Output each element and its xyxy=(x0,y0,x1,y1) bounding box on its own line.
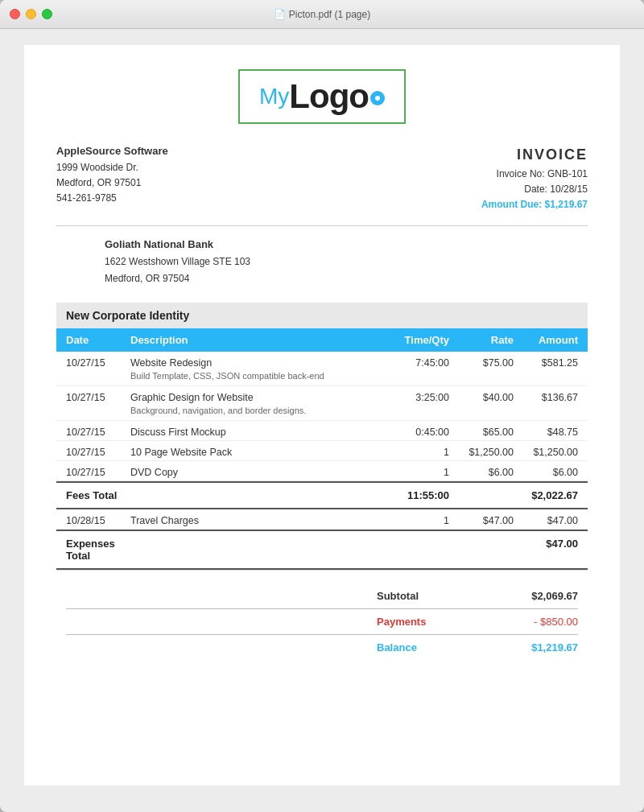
item2-desc: Graphic Design for Website xyxy=(130,392,385,403)
col-date: Date xyxy=(66,334,130,346)
fees-total-rate-empty xyxy=(449,489,514,501)
close-button[interactable] xyxy=(10,9,20,19)
item1-amount: $581.25 xyxy=(514,357,578,369)
fees-total-row: Fees Total 11:55:00 $2,022.67 xyxy=(56,481,588,509)
from-phone: 541-261-9785 xyxy=(56,191,168,206)
exp1-qty: 1 xyxy=(385,515,449,526)
expenses-total-empty xyxy=(130,538,385,562)
table-header: Date Description Time/Qty Rate Amount xyxy=(56,328,588,352)
subtotal-label: Subtotal xyxy=(377,590,457,602)
from-address1: 1999 Woodside Dr. xyxy=(56,160,168,175)
invoice-amount-due-line: Amount Due: $1,219.67 xyxy=(481,197,588,212)
line-item-main: 10/27/15 Graphic Design for Website 3:25… xyxy=(56,386,588,406)
invoice-info: INVOICE Invoice No: GNB-101 Date: 10/28/… xyxy=(481,143,588,212)
item1-rate: $75.00 xyxy=(449,357,514,369)
invoice-amount-due-label: Amount Due: xyxy=(481,199,542,210)
item1-date: 10/27/15 xyxy=(66,357,130,369)
invoice-date-label: Date: xyxy=(524,183,547,195)
item3-amount: $48.75 xyxy=(514,427,578,438)
balance-row: Balance $1,219.67 xyxy=(66,638,578,657)
exp1-desc: Travel Charges xyxy=(130,515,385,526)
item1-qty: 7:45:00 xyxy=(385,357,449,369)
logo-box: My Logo xyxy=(238,69,406,124)
window: 📄 Picton.pdf (1 page) My Logo AppleSourc… xyxy=(0,0,644,812)
item5-qty: 1 xyxy=(385,467,449,478)
item2-rate: $40.00 xyxy=(449,392,514,403)
invoice-number-label: Invoice No: xyxy=(497,168,545,179)
minimize-button[interactable] xyxy=(26,9,36,19)
fees-total-qty: 11:55:00 xyxy=(385,489,449,501)
line-item-main: 10/28/15 Travel Charges 1 $47.00 $47.00 xyxy=(56,509,588,529)
line-item: 10/27/15 DVD Copy 1 $6.00 $6.00 xyxy=(56,461,588,481)
from-address: AppleSource Software 1999 Woodside Dr. M… xyxy=(56,143,168,212)
balance-value: $1,219.67 xyxy=(506,641,578,653)
expenses-total-qty-empty xyxy=(385,538,449,562)
item3-rate: $65.00 xyxy=(449,427,514,438)
item3-date: 10/27/15 xyxy=(66,427,130,438)
item5-desc: DVD Copy xyxy=(130,467,385,478)
logo-my-text: My xyxy=(259,84,289,109)
expenses-total-rate-empty xyxy=(449,538,514,562)
col-time-qty: Time/Qty xyxy=(385,334,449,346)
summary-divider-1 xyxy=(66,608,578,609)
bill-to-company: Goliath National Bank xyxy=(105,236,588,253)
payments-value: - $850.00 xyxy=(506,616,578,628)
balance-label: Balance xyxy=(377,641,457,653)
payments-row: Payments - $850.00 xyxy=(66,612,578,631)
traffic-lights xyxy=(10,9,52,19)
subtotal-value: $2,069.67 xyxy=(506,590,578,602)
expenses-total-label: Expenses Total xyxy=(66,538,130,562)
line-item: 10/27/15 Discuss First Mockup 0:45:00 $6… xyxy=(56,421,588,441)
fees-total-amount: $2,022.67 xyxy=(514,489,578,501)
section-header: New Corporate Identity xyxy=(56,303,588,328)
col-description: Description xyxy=(130,334,385,346)
line-item-main: 10/27/15 10 Page Website Pack 1 $1,250.0… xyxy=(56,441,588,460)
maximize-button[interactable] xyxy=(42,9,52,19)
window-title: 📄 Picton.pdf (1 page) xyxy=(274,9,370,20)
item5-amount: $6.00 xyxy=(514,467,578,478)
summary-section: Subtotal $2,069.67 Payments - $850.00 Ba… xyxy=(56,587,588,657)
header-section: AppleSource Software 1999 Woodside Dr. M… xyxy=(56,143,588,212)
summary-divider-2 xyxy=(66,634,578,635)
invoice-number-line: Invoice No: GNB-101 xyxy=(481,167,588,182)
invoice-date-line: Date: 10/28/15 xyxy=(481,182,588,197)
page-content: My Logo AppleSource Software 1999 Woodsi… xyxy=(24,45,620,785)
from-address2: Medford, OR 97501 xyxy=(56,175,168,191)
col-amount: Amount xyxy=(514,334,578,346)
document-icon: 📄 xyxy=(274,9,286,20)
expenses-total-row: Expenses Total $47.00 xyxy=(56,530,588,570)
line-item-main: 10/27/15 DVD Copy 1 $6.00 $6.00 xyxy=(56,461,588,480)
exp1-rate: $47.00 xyxy=(449,515,514,526)
item3-desc: Discuss First Mockup xyxy=(130,427,385,438)
payments-label: Payments xyxy=(377,616,457,628)
item4-desc: 10 Page Website Pack xyxy=(130,447,385,458)
line-item-main: 10/27/15 Discuss First Mockup 0:45:00 $6… xyxy=(56,421,588,440)
logo-area: My Logo xyxy=(56,69,588,124)
invoice-date: 10/28/15 xyxy=(550,183,588,195)
bill-to-address1: 1622 Westshown Village STE 103 xyxy=(105,253,588,270)
item1-sub: Build Template, CSS, JSON compatible bac… xyxy=(56,371,588,385)
invoice-number: GNB-101 xyxy=(547,168,588,179)
exp1-amount: $47.00 xyxy=(514,515,578,526)
invoice-amount-due-value: $1,219.67 xyxy=(545,199,588,210)
item5-date: 10/27/15 xyxy=(66,467,130,478)
table-body: 10/27/15 Website Redesign 7:45:00 $75.00… xyxy=(56,352,588,571)
titlebar: 📄 Picton.pdf (1 page) xyxy=(0,0,644,29)
line-item: 10/27/15 Website Redesign 7:45:00 $75.00… xyxy=(56,352,588,386)
logo-eye-icon xyxy=(370,91,385,105)
fees-total-empty xyxy=(130,489,385,501)
bill-to-address2: Medford, OR 97504 xyxy=(105,270,588,286)
exp1-date: 10/28/15 xyxy=(66,515,130,526)
line-item: 10/28/15 Travel Charges 1 $47.00 $47.00 xyxy=(56,509,588,530)
item4-date: 10/27/15 xyxy=(66,447,130,458)
line-item-main: 10/27/15 Website Redesign 7:45:00 $75.00… xyxy=(56,352,588,371)
item5-rate: $6.00 xyxy=(449,467,514,478)
line-item: 10/27/15 Graphic Design for Website 3:25… xyxy=(56,386,588,421)
item4-qty: 1 xyxy=(385,447,449,458)
item2-qty: 3:25:00 xyxy=(385,392,449,403)
item3-qty: 0:45:00 xyxy=(385,427,449,438)
invoice-title: INVOICE xyxy=(481,143,588,167)
item2-date: 10/27/15 xyxy=(66,392,130,403)
item4-rate: $1,250.00 xyxy=(449,447,514,458)
logo-logo-text: Logo xyxy=(289,77,369,116)
